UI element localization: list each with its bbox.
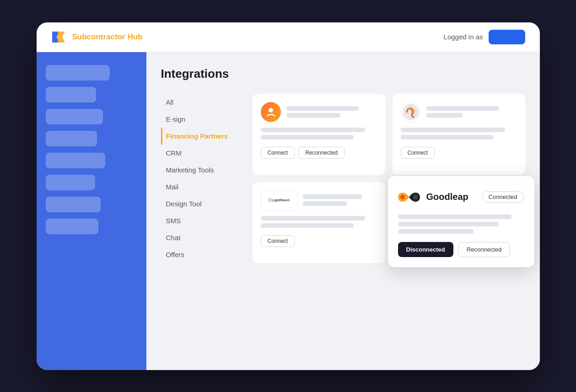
card1-header: [261, 102, 377, 122]
card3-body: [261, 216, 377, 228]
logo-text: Subcontractor Hub: [72, 32, 143, 42]
sidebar-item-8[interactable]: [46, 219, 98, 234]
nav-list: All E-sign Financing Partners CRM Market…: [161, 94, 243, 263]
svg-point-2: [400, 195, 405, 199]
card1-text: [286, 106, 377, 118]
card1-sub-line: [286, 113, 341, 118]
page-title: Integrations: [161, 67, 525, 81]
sidebar: [37, 52, 146, 370]
logo-text-hub: Hub: [127, 32, 142, 41]
nav-item-chat[interactable]: Chat: [161, 229, 243, 246]
card3-header: ⬡ LightReach: [261, 190, 377, 210]
goodleap-disconnected-button[interactable]: Disconnected: [398, 242, 453, 257]
card2-sub-line: [426, 113, 463, 118]
goodleap-header: Goodleap Connected: [398, 186, 524, 208]
sidebar-item-2[interactable]: [46, 87, 96, 102]
card1-title-line: [286, 106, 359, 111]
integration-card-1: Connect Reconnected: [253, 94, 385, 175]
sidebar-item-7[interactable]: [46, 197, 101, 212]
lightreach-logo-text: ⬡ LightReach: [268, 198, 290, 202]
goodleap-body: [398, 215, 524, 234]
nav-item-sms[interactable]: SMS: [161, 212, 243, 229]
sidebar-item-5[interactable]: [46, 153, 105, 168]
header-right: Logged in as: [444, 30, 525, 44]
svg-point-1: [403, 104, 419, 120]
nav-item-esign[interactable]: E-sign: [161, 111, 243, 128]
card1-body-line1: [261, 128, 366, 132]
integration-card-2: Connect: [393, 94, 525, 175]
goodleap-body-line3: [398, 229, 474, 234]
goodleap-popup-card: Goodleap Connected Disconnected Reconnec…: [388, 176, 534, 267]
card3-connect-button[interactable]: Connect: [261, 235, 295, 247]
user-badge[interactable]: [489, 30, 525, 44]
main-content: Integrations All E-sign Financing Partne…: [146, 52, 540, 370]
nav-item-all[interactable]: All: [161, 94, 243, 111]
logged-in-label: Logged in as: [444, 33, 483, 41]
goodleap-logo: [398, 186, 420, 208]
goodleap-name: Goodleap: [426, 192, 475, 202]
card2-logo: [401, 102, 421, 122]
card2-body: [401, 128, 517, 140]
goodleap-body-line1: [398, 215, 511, 219]
card1-logo: [261, 102, 281, 122]
sidebar-item-1[interactable]: [46, 65, 110, 81]
content-area: All E-sign Financing Partners CRM Market…: [161, 94, 525, 263]
nav-item-design[interactable]: Design Tool: [161, 195, 243, 212]
goodleap-body-line2: [398, 222, 499, 226]
card1-reconnected-button[interactable]: Reconnected: [298, 147, 345, 159]
goodleap-infinity-icon: [398, 190, 420, 204]
card1-connect-button[interactable]: Connect: [261, 147, 295, 159]
nav-item-crm[interactable]: CRM: [161, 145, 243, 161]
svg-point-0: [269, 108, 273, 113]
integration-card-3: ⬡ LightReach Connect: [253, 182, 385, 263]
card3-footer: Connect: [261, 235, 377, 247]
sidebar-item-6[interactable]: [46, 175, 95, 190]
card3-title-line: [303, 194, 362, 199]
goodleap-connected-badge: Connected: [482, 191, 524, 203]
logo-icon: [51, 31, 68, 43]
card2-header: [401, 102, 517, 122]
nav-item-mail[interactable]: Mail: [161, 178, 243, 195]
card1-body: [261, 128, 377, 140]
card1-footer: Connect Reconnected: [261, 147, 377, 159]
logo-text-subcontractor: Subcontractor: [72, 32, 125, 41]
nav-item-financing[interactable]: Financing Partners: [161, 128, 243, 145]
logo-area: Subcontractor Hub: [51, 31, 143, 43]
body: Integrations All E-sign Financing Partne…: [37, 52, 540, 370]
card2-title-line: [426, 106, 499, 111]
sidebar-item-3[interactable]: [46, 109, 103, 124]
header: Subcontractor Hub Logged in as: [37, 22, 540, 52]
sidebar-item-4[interactable]: [46, 131, 97, 146]
stripe-logo-icon: [402, 103, 420, 121]
card1-body-line2: [261, 135, 354, 140]
integrations-grid: Connect Reconnected: [253, 94, 525, 263]
card3-sub-line: [303, 201, 347, 206]
card3-body-line2: [261, 223, 354, 228]
goodleap-footer: Disconnected Reconnected: [398, 242, 524, 257]
orange-logo-icon: [264, 106, 277, 118]
card2-footer: Connect: [401, 147, 517, 159]
card3-text: [303, 194, 377, 206]
svg-point-3: [413, 195, 418, 199]
card2-body-line1: [401, 128, 506, 132]
nav-item-marketing[interactable]: Marketing Tools: [161, 161, 243, 178]
card2-connect-button[interactable]: Connect: [401, 147, 435, 159]
app-window: Subcontractor Hub Logged in as Integrati…: [37, 22, 540, 370]
card2-body-line2: [401, 135, 494, 140]
card3-body-line1: [261, 216, 366, 220]
nav-item-offers[interactable]: Offers: [161, 246, 243, 263]
goodleap-reconnected-button[interactable]: Reconnected: [458, 242, 511, 257]
card3-logo: ⬡ LightReach: [261, 190, 297, 210]
card2-text: [426, 106, 517, 118]
